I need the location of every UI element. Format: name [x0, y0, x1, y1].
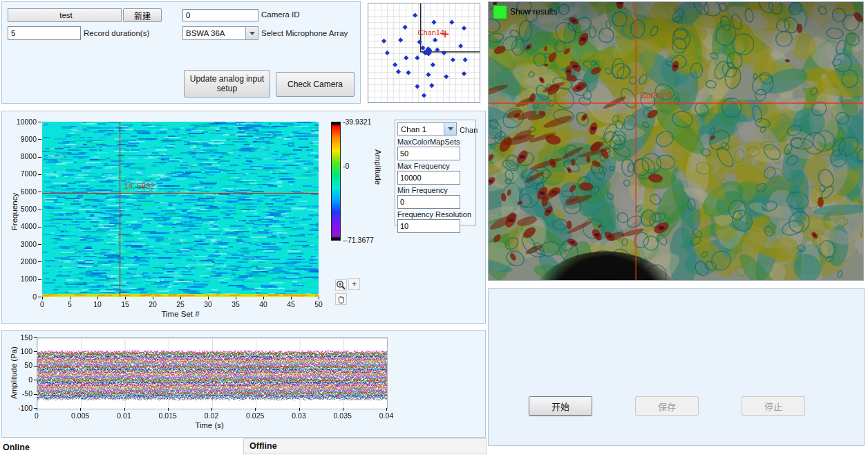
y-tick-mark	[38, 157, 41, 158]
mic-array-plot[interactable]: Chan14	[368, 3, 480, 103]
y-tick-mark	[38, 210, 41, 210]
x-tick-label: 0	[32, 300, 53, 308]
camera-id-label: Camera ID	[261, 10, 300, 19]
zoom-tool-icon[interactable]	[335, 279, 347, 291]
spectrogram-cursor-label: 14, 5932	[124, 182, 155, 190]
y-tick-mark	[38, 139, 41, 140]
x-tick-label: 45	[281, 300, 301, 308]
x-tick-mark	[153, 297, 153, 299]
x-tick-mark	[299, 408, 300, 411]
y-tick-label: -100	[3, 404, 32, 412]
channel-select[interactable]: Chan 1	[397, 122, 457, 136]
y-tick-mark	[38, 244, 41, 245]
show-results-label: Show results	[510, 7, 558, 17]
x-tick-mark	[125, 297, 126, 299]
y-tick-mark	[38, 227, 41, 228]
y-tick-mark	[38, 174, 41, 175]
y-tick-mark	[38, 192, 41, 192]
channel-label: Chan	[460, 126, 478, 134]
y-tick-mark	[38, 261, 41, 262]
y-tick-label: 7000	[5, 169, 37, 178]
x-tick-mark	[37, 408, 37, 411]
y-tick-label: -50	[3, 389, 32, 398]
actions-panel: 开始 保存 停止	[488, 288, 865, 446]
microphone-array-select[interactable]: BSWA 36A	[182, 26, 258, 40]
x-tick-label: 30	[198, 300, 218, 308]
microphone-array-label: Select Microphone Array	[261, 29, 348, 37]
y-tick-mark	[34, 351, 37, 352]
amplitude-colorbar[interactable]	[331, 122, 341, 241]
time-set-axis-label: Time Set #	[138, 310, 223, 318]
microphone-array-value: BSWA 36A	[183, 29, 245, 37]
mic-array-canvas[interactable]	[368, 3, 480, 102]
y-tick-label: 50	[3, 361, 32, 369]
y-tick-mark	[34, 394, 37, 395]
x-tick-mark	[124, 408, 125, 411]
x-tick-mark	[80, 408, 81, 411]
new-session-button[interactable]: 新建	[123, 8, 162, 22]
time-axis-label: Time (s)	[168, 421, 251, 429]
waveform-plot[interactable]	[37, 337, 388, 409]
x-tick-mark	[180, 297, 181, 299]
y-tick-label: 1000	[5, 275, 37, 283]
x-tick-label: 0.015	[153, 411, 183, 420]
x-tick-mark	[168, 408, 169, 411]
y-tick-label: 9000	[5, 135, 37, 143]
frequency-resolution-input[interactable]	[397, 219, 460, 233]
offline-status-bar: Offline	[243, 438, 487, 454]
x-tick-label: 0.01	[109, 411, 140, 420]
start-button[interactable]: 开始	[529, 396, 592, 416]
x-tick-mark	[236, 297, 236, 299]
camera-view-panel: Show results Cursor 0	[488, 1, 864, 281]
x-tick-label: 40	[253, 300, 274, 308]
spectrogram-plot[interactable]	[42, 122, 319, 297]
waveform-panel: Amplitude (Pa) Time (s) -100-50050100150…	[1, 330, 486, 438]
y-tick-mark	[38, 122, 41, 122]
x-tick-label: 50	[308, 300, 329, 308]
chevron-down-icon	[444, 123, 456, 135]
y-tick-mark	[38, 297, 41, 297]
y-tick-mark	[38, 279, 41, 280]
y-tick-label: 10000	[5, 118, 37, 126]
y-tick-label: 100	[3, 347, 32, 355]
x-tick-label: 0.035	[328, 411, 358, 420]
colorbar-zero-label: -0	[343, 162, 349, 170]
update-analog-input-button[interactable]: Update analog input setup	[184, 70, 270, 98]
save-button[interactable]: 保存	[635, 396, 699, 416]
max-colormap-input[interactable]	[397, 147, 460, 160]
x-tick-mark	[319, 297, 319, 299]
colorbar-axis-label: Amplitude	[374, 149, 382, 229]
record-duration-input[interactable]	[8, 26, 81, 40]
stop-button[interactable]: 停止	[742, 396, 805, 416]
pan-tool-icon[interactable]	[335, 293, 347, 305]
x-tick-label: 0.025	[240, 411, 270, 420]
x-tick-label: 0	[21, 411, 52, 420]
colorbar-max-label: -39.9321	[343, 118, 371, 126]
chevron-down-icon	[245, 27, 258, 39]
max-frequency-input[interactable]	[397, 171, 460, 185]
y-tick-label: 5000	[5, 205, 37, 213]
x-tick-mark	[42, 297, 43, 299]
max-colormap-label: MaxColorMapSets	[397, 138, 473, 146]
session-name-combo[interactable]: test	[8, 8, 122, 22]
show-results-toggle[interactable]	[493, 5, 507, 19]
app-window: test 新建 Camera ID Record duration(s) BSW…	[0, 0, 868, 455]
frequency-resolution-label: Frequency Resolution	[397, 210, 473, 219]
crosshair-tool-icon[interactable]: +	[348, 278, 360, 290]
mic-cursor-label: Chan14	[411, 28, 444, 37]
online-status: Online	[3, 443, 30, 452]
min-frequency-input[interactable]	[397, 195, 460, 209]
colorbar-min-label: --71.3677	[343, 236, 374, 244]
camera-cursor-label: Cursor 0	[640, 91, 672, 100]
session-name-value: test	[8, 11, 121, 19]
x-tick-mark	[97, 297, 98, 299]
x-tick-mark	[343, 408, 343, 411]
x-tick-mark	[70, 297, 70, 299]
record-duration-label: Record duration(s)	[84, 29, 149, 37]
acoustic-camera-image[interactable]	[489, 2, 863, 280]
check-camera-button[interactable]: Check Camera	[276, 72, 355, 97]
display-settings-panel: Chan 1 Chan MaxColorMapSets Max Frequenc…	[395, 120, 476, 225]
channel-value: Chan 1	[398, 125, 444, 133]
x-tick-label: 15	[115, 300, 135, 308]
camera-id-input[interactable]	[182, 9, 258, 21]
